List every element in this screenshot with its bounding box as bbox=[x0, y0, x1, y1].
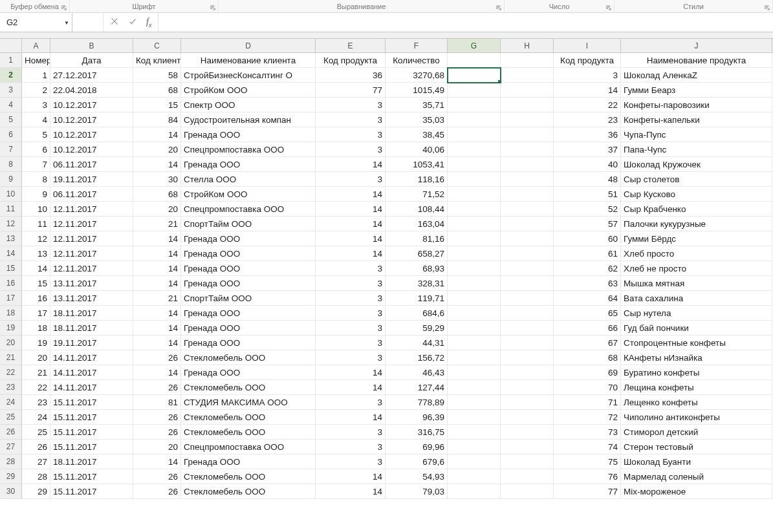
cell-D22[interactable]: Гренада ООО bbox=[181, 365, 316, 380]
cell-J30[interactable]: Mix-мороженое bbox=[621, 484, 772, 499]
cell-C8[interactable]: 14 bbox=[133, 157, 181, 172]
cell-A2[interactable]: 1 bbox=[22, 68, 50, 83]
cell-J17[interactable]: Вата сахалина bbox=[621, 291, 772, 306]
cell-G9[interactable] bbox=[448, 172, 501, 187]
column-header-G[interactable]: G bbox=[448, 39, 501, 52]
cell-F2[interactable]: 3270,68 bbox=[386, 68, 448, 83]
cell-H16[interactable] bbox=[501, 276, 554, 291]
cell-B17[interactable]: 13.11.2017 bbox=[50, 291, 133, 306]
cell-H6[interactable] bbox=[501, 127, 554, 142]
cell-F4[interactable]: 35,71 bbox=[386, 98, 448, 112]
cell-J7[interactable]: Папа-Чупс bbox=[621, 142, 772, 157]
fx-icon[interactable]: fx bbox=[146, 17, 151, 28]
cell-B21[interactable]: 14.11.2017 bbox=[50, 350, 133, 365]
cell-H21[interactable] bbox=[501, 350, 554, 365]
cell-C29[interactable]: 26 bbox=[133, 469, 181, 484]
row-header[interactable]: 18 bbox=[0, 306, 22, 321]
cell-J3[interactable]: Гумми Беарз bbox=[621, 83, 772, 98]
cell-G22[interactable] bbox=[448, 365, 501, 380]
cell-B23[interactable]: 14.11.2017 bbox=[50, 380, 133, 395]
row-header[interactable]: 12 bbox=[0, 217, 22, 231]
cell-J18[interactable]: Сыр нутела bbox=[621, 306, 772, 321]
cell-D13[interactable]: Гренада ООО bbox=[181, 231, 316, 246]
row-header[interactable]: 26 bbox=[0, 425, 22, 440]
cell-F12[interactable]: 163,04 bbox=[386, 217, 448, 231]
cell-B18[interactable]: 18.11.2017 bbox=[50, 306, 133, 321]
cell-D6[interactable]: Гренада ООО bbox=[181, 127, 316, 142]
cell-F24[interactable]: 778,89 bbox=[386, 395, 448, 410]
cell-A20[interactable]: 19 bbox=[22, 335, 50, 350]
cell-J16[interactable]: Мышка мятная bbox=[621, 276, 772, 291]
cell-C26[interactable]: 26 bbox=[133, 425, 181, 440]
cell-H4[interactable] bbox=[501, 98, 554, 112]
cell-E16[interactable]: 3 bbox=[316, 276, 386, 291]
cell-G29[interactable] bbox=[448, 469, 501, 484]
cell-A19[interactable]: 18 bbox=[22, 321, 50, 335]
cell-I1[interactable]: Код продукта bbox=[554, 53, 621, 68]
cell-D3[interactable]: СтройКом ООО bbox=[181, 83, 316, 98]
cell-E20[interactable]: 3 bbox=[316, 335, 386, 350]
cell-A16[interactable]: 15 bbox=[22, 276, 50, 291]
cell-J5[interactable]: Конфеты-капельки bbox=[621, 112, 772, 127]
cell-A18[interactable]: 17 bbox=[22, 306, 50, 321]
cell-C19[interactable]: 14 bbox=[133, 321, 181, 335]
cell-H13[interactable] bbox=[501, 231, 554, 246]
cell-C10[interactable]: 68 bbox=[133, 187, 181, 202]
row-header[interactable]: 28 bbox=[0, 454, 22, 469]
cell-C30[interactable]: 26 bbox=[133, 484, 181, 499]
cell-E15[interactable]: 3 bbox=[316, 261, 386, 276]
cell-B22[interactable]: 14.11.2017 bbox=[50, 365, 133, 380]
cell-D28[interactable]: Гренада ООО bbox=[181, 454, 316, 469]
cell-H24[interactable] bbox=[501, 395, 554, 410]
cell-J9[interactable]: Сыр столетов bbox=[621, 172, 772, 187]
cell-D30[interactable]: Стекломебель ООО bbox=[181, 484, 316, 499]
cell-J19[interactable]: Гуд бай пончики bbox=[621, 321, 772, 335]
cell-B5[interactable]: 10.12.2017 bbox=[50, 112, 133, 127]
column-header-H[interactable]: H bbox=[501, 39, 554, 52]
cell-C18[interactable]: 14 bbox=[133, 306, 181, 321]
cell-B7[interactable]: 10.12.2017 bbox=[50, 142, 133, 157]
cell-C20[interactable]: 14 bbox=[133, 335, 181, 350]
cell-D10[interactable]: СтройКом ООО bbox=[181, 187, 316, 202]
cell-B30[interactable]: 15.11.2017 bbox=[50, 484, 133, 499]
cell-H9[interactable] bbox=[501, 172, 554, 187]
cell-G11[interactable] bbox=[448, 202, 501, 217]
cell-C12[interactable]: 21 bbox=[133, 217, 181, 231]
row-header[interactable]: 8 bbox=[0, 157, 22, 172]
cell-H28[interactable] bbox=[501, 454, 554, 469]
cell-E6[interactable]: 3 bbox=[316, 127, 386, 142]
cell-I3[interactable]: 14 bbox=[554, 83, 621, 98]
cell-D12[interactable]: СпортТайм ООО bbox=[181, 217, 316, 231]
cell-H22[interactable] bbox=[501, 365, 554, 380]
cell-E3[interactable]: 77 bbox=[316, 83, 386, 98]
cell-G5[interactable] bbox=[448, 112, 501, 127]
enter-icon[interactable] bbox=[128, 17, 137, 28]
cell-F3[interactable]: 1015,49 bbox=[386, 83, 448, 98]
cell-E24[interactable]: 3 bbox=[316, 395, 386, 410]
cell-C22[interactable]: 14 bbox=[133, 365, 181, 380]
cell-H17[interactable] bbox=[501, 291, 554, 306]
cell-F22[interactable]: 46,43 bbox=[386, 365, 448, 380]
cell-H23[interactable] bbox=[501, 380, 554, 395]
cell-F13[interactable]: 81,16 bbox=[386, 231, 448, 246]
cell-E8[interactable]: 14 bbox=[316, 157, 386, 172]
cell-J20[interactable]: Стопроцентные конфеты bbox=[621, 335, 772, 350]
row-header[interactable]: 23 bbox=[0, 380, 22, 395]
column-header-F[interactable]: F bbox=[386, 39, 448, 52]
cell-F10[interactable]: 71,52 bbox=[386, 187, 448, 202]
cell-I24[interactable]: 71 bbox=[554, 395, 621, 410]
cell-D1[interactable]: Наименование клиента bbox=[181, 53, 316, 68]
cell-H30[interactable] bbox=[501, 484, 554, 499]
cell-I19[interactable]: 66 bbox=[554, 321, 621, 335]
cell-A26[interactable]: 25 bbox=[22, 425, 50, 440]
cell-E10[interactable]: 14 bbox=[316, 187, 386, 202]
cell-G23[interactable] bbox=[448, 380, 501, 395]
row-header[interactable]: 7 bbox=[0, 142, 22, 157]
cell-I22[interactable]: 69 bbox=[554, 365, 621, 380]
cell-J15[interactable]: Хлеб не просто bbox=[621, 261, 772, 276]
cell-B20[interactable]: 19.11.2017 bbox=[50, 335, 133, 350]
cell-B6[interactable]: 10.12.2017 bbox=[50, 127, 133, 142]
row-header[interactable]: 13 bbox=[0, 231, 22, 246]
dialog-launcher-icon[interactable] bbox=[495, 5, 502, 11]
cell-G19[interactable] bbox=[448, 321, 501, 335]
